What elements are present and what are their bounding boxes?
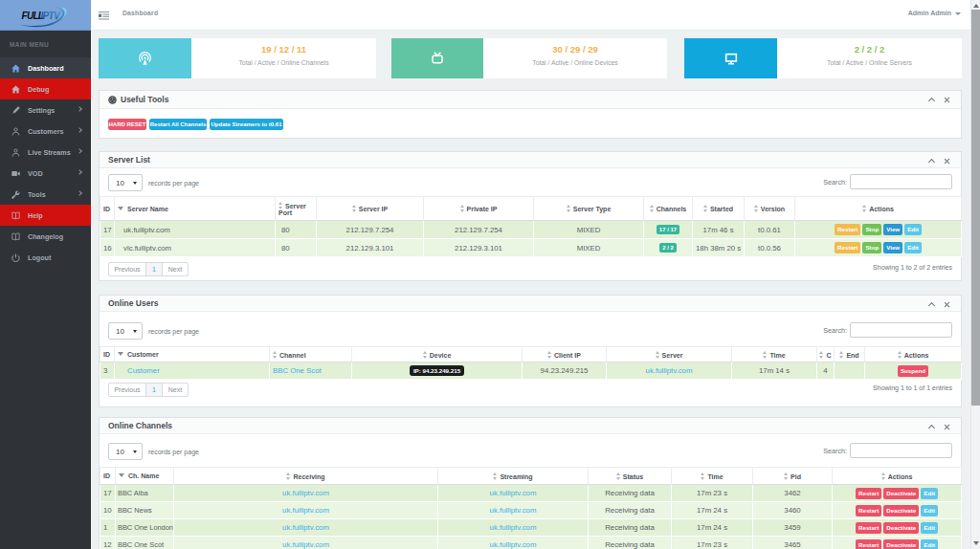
svg-text:IPTV: IPTV	[41, 11, 61, 21]
